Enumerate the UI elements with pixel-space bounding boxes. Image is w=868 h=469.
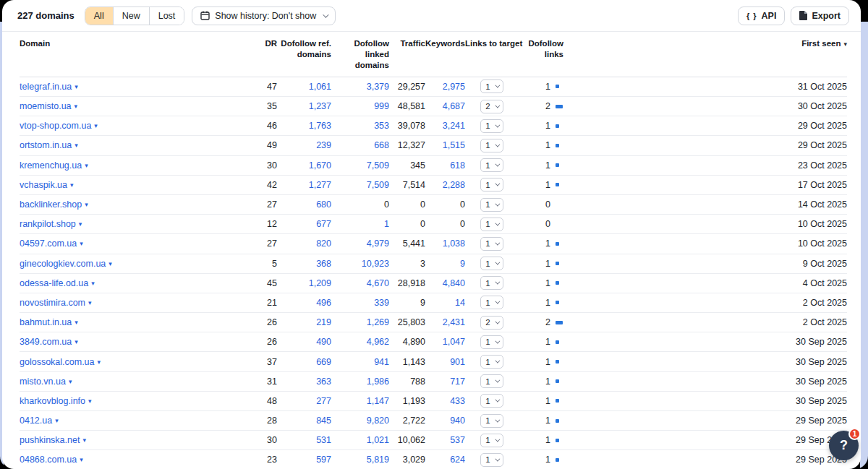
column-header-keywords[interactable]: Keywords — [425, 32, 465, 77]
keywords-value[interactable]: 717 — [450, 377, 465, 387]
linked_domains-value[interactable]: 353 — [374, 121, 389, 131]
linked_domains-value[interactable]: 1 — [384, 219, 389, 229]
links-to-target-dropdown[interactable]: 1 — [480, 218, 503, 231]
keywords-value[interactable]: 14 — [455, 298, 465, 308]
domain-expand-caret-icon[interactable]: ▾ — [75, 142, 78, 149]
domain-link[interactable]: telegraf.in.ua — [20, 82, 72, 92]
keywords-value[interactable]: 618 — [450, 160, 465, 171]
column-header-linked_domains[interactable]: Dofollow linked domains — [331, 32, 389, 77]
keywords-value[interactable]: 1,515 — [443, 140, 465, 150]
domain-expand-caret-icon[interactable]: ▾ — [75, 319, 78, 326]
ref_domains-value[interactable]: 1,209 — [309, 278, 331, 288]
linked_domains-value[interactable]: 1,986 — [367, 377, 389, 387]
linked_domains-value[interactable]: 1,269 — [367, 317, 389, 327]
domain-link[interactable]: misto.vn.ua — [20, 377, 66, 387]
keywords-value[interactable]: 940 — [450, 416, 465, 426]
links-to-target-dropdown[interactable]: 1 — [480, 296, 503, 309]
ref_domains-value[interactable]: 368 — [316, 259, 331, 269]
domain-link[interactable]: ginecologkiev.com.ua — [20, 259, 106, 269]
linked_domains-value[interactable]: 3,379 — [367, 82, 389, 92]
linked_domains-value[interactable]: 4,979 — [367, 238, 389, 249]
linked_domains-value[interactable]: 4,962 — [367, 337, 389, 347]
domain-expand-caret-icon[interactable]: ▾ — [82, 436, 86, 444]
ref_domains-value[interactable]: 496 — [316, 298, 331, 308]
ref_domains-value[interactable]: 490 — [316, 337, 331, 347]
domain-link[interactable]: kharkovblog.info — [20, 396, 85, 406]
ref_domains-value[interactable]: 680 — [316, 199, 331, 210]
ref_domains-value[interactable]: 1,237 — [309, 101, 331, 111]
keywords-value[interactable]: 4,687 — [443, 101, 465, 111]
domain-expand-caret-icon[interactable]: ▾ — [94, 122, 98, 129]
export-button[interactable]: Export — [791, 7, 849, 25]
domain-link[interactable]: rankpilot.shop — [20, 219, 76, 229]
keywords-value[interactable]: 2,431 — [443, 317, 465, 327]
linked_domains-value[interactable]: 999 — [374, 101, 389, 111]
tab-lost[interactable]: Lost — [149, 7, 184, 25]
ref_domains-value[interactable]: 677 — [316, 219, 331, 229]
domain-link[interactable]: 0412.ua — [20, 416, 52, 426]
links-to-target-dropdown[interactable]: 2 — [480, 100, 503, 113]
domain-link[interactable]: pushkinska.net — [20, 435, 80, 445]
links-to-target-dropdown[interactable]: 1 — [480, 237, 503, 251]
ref_domains-value[interactable]: 239 — [316, 140, 331, 150]
domain-expand-caret-icon[interactable]: ▾ — [91, 280, 95, 287]
linked_domains-value[interactable]: 339 — [374, 298, 389, 308]
links-to-target-dropdown[interactable]: 2 — [480, 316, 503, 330]
column-header-first_seen[interactable]: First seen▾ — [767, 32, 847, 77]
keywords-value[interactable]: 433 — [450, 396, 465, 406]
ref_domains-value[interactable]: 219 — [316, 317, 331, 327]
linked_domains-value[interactable]: 941 — [374, 357, 389, 367]
links-to-target-dropdown[interactable]: 1 — [480, 434, 503, 447]
domain-link[interactable]: odessa-life.od.ua — [20, 278, 88, 288]
domain-expand-caret-icon[interactable]: ▾ — [79, 220, 82, 228]
domain-expand-caret-icon[interactable]: ▾ — [85, 201, 88, 208]
linked_domains-value[interactable]: 1,021 — [367, 435, 389, 445]
linked_domains-value[interactable]: 7,509 — [367, 180, 389, 190]
linked_domains-value[interactable]: 7,509 — [367, 160, 389, 171]
links-to-target-dropdown[interactable]: 1 — [480, 276, 503, 290]
domain-expand-caret-icon[interactable]: ▾ — [55, 417, 59, 424]
column-header-domain[interactable]: Domain — [20, 32, 244, 77]
links-to-target-dropdown[interactable]: 1 — [480, 139, 503, 152]
column-header-dofollow_links[interactable]: Dofollow links — [519, 32, 563, 77]
tab-all[interactable]: All — [85, 7, 113, 25]
linked_domains-value[interactable]: 4,670 — [367, 278, 389, 288]
ref_domains-value[interactable]: 1,061 — [309, 82, 331, 92]
links-to-target-dropdown[interactable]: 1 — [480, 257, 503, 270]
ref_domains-value[interactable]: 1,763 — [309, 121, 331, 131]
ref_domains-value[interactable]: 597 — [316, 455, 331, 465]
column-header-links_to_target[interactable]: Links to target — [465, 32, 519, 77]
links-to-target-dropdown[interactable]: 1 — [480, 355, 503, 369]
domain-link[interactable]: 04868.com.ua — [20, 455, 77, 465]
tab-new[interactable]: New — [113, 7, 149, 25]
domain-expand-caret-icon[interactable]: ▾ — [85, 162, 88, 169]
ref_domains-value[interactable]: 363 — [316, 377, 331, 387]
domain-link[interactable]: golossokal.com.ua — [20, 357, 95, 367]
linked_domains-value[interactable]: 10,923 — [362, 259, 389, 269]
show-history-dropdown[interactable]: Show history: Don't show — [192, 7, 336, 25]
domain-link[interactable]: ortstom.in.ua — [20, 140, 72, 150]
domain-link[interactable]: moemisto.ua — [20, 101, 72, 111]
keywords-value[interactable]: 901 — [450, 357, 465, 367]
ref_domains-value[interactable]: 845 — [316, 416, 331, 426]
domain-link[interactable]: vtop-shop.com.ua — [20, 121, 91, 131]
column-header-ref_domains[interactable]: Dofollow ref. domains — [277, 32, 331, 77]
links-to-target-dropdown[interactable]: 1 — [480, 394, 503, 408]
linked_domains-value[interactable]: 668 — [374, 140, 389, 150]
api-button[interactable]: { } API — [738, 7, 785, 25]
links-to-target-dropdown[interactable]: 1 — [480, 374, 503, 388]
keywords-value[interactable]: 1,038 — [443, 238, 465, 249]
keywords-value[interactable]: 1,047 — [443, 337, 465, 347]
domain-link[interactable]: 04597.com.ua — [20, 238, 77, 249]
domain-expand-caret-icon[interactable]: ▾ — [80, 240, 83, 247]
ref_domains-value[interactable]: 531 — [316, 435, 331, 445]
page-edge-scroll[interactable] — [860, 22, 868, 469]
domain-expand-caret-icon[interactable]: ▾ — [88, 397, 92, 405]
keywords-value[interactable]: 2,288 — [443, 180, 465, 190]
domain-expand-caret-icon[interactable]: ▾ — [109, 260, 112, 267]
links-to-target-dropdown[interactable]: 1 — [480, 335, 503, 349]
keywords-value[interactable]: 624 — [450, 455, 465, 465]
column-header-dr[interactable]: DR — [244, 32, 277, 77]
domain-expand-caret-icon[interactable]: ▾ — [70, 181, 74, 189]
links-to-target-dropdown[interactable]: 1 — [480, 198, 503, 212]
